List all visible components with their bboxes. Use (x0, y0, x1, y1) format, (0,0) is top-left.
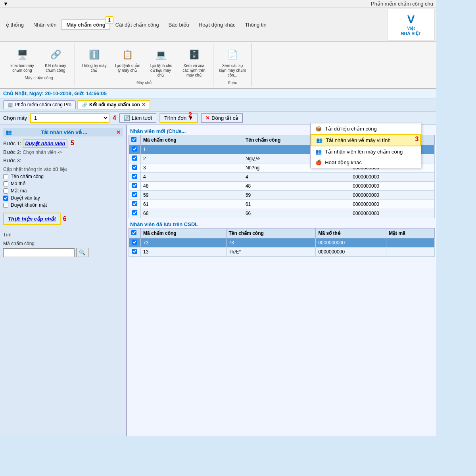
new-employee-row[interactable]: 48 48 0000000000 (129, 182, 435, 191)
new-emp-ma: 4 (141, 173, 243, 182)
chon-may-combo[interactable]: 1 2 (30, 113, 109, 123)
new-employee-row[interactable]: 59 59 0000000000 (129, 191, 435, 200)
ribbon-group-khac-items: 📄 Xem các sự kiện máy chấm côn... (217, 45, 248, 80)
checkbox-duyet-khuon-mat-label: Duyệt khuôn mặt (11, 202, 47, 208)
checkbox-ma-the-input[interactable] (3, 181, 8, 186)
taolenh-dulieu-icon: 💻 (153, 47, 169, 63)
saved-emp-check-cell (129, 238, 141, 248)
saved-employee-row[interactable]: 73 73 0000000000 (129, 238, 435, 248)
trinh-don-label: Trình đơn (164, 115, 186, 121)
menu-item-hoatdongkhac[interactable]: Hoạt động khác (194, 20, 240, 30)
right-panel: Nhân viên mới (Chưa... Mã chấm công Tên … (127, 125, 436, 436)
dropdown-item-tai-du-lieu[interactable]: 📦 Tải dữ liệu chấm công (311, 123, 421, 134)
lam-tuoi-button[interactable]: 🔄 Làm tươi (119, 113, 156, 123)
dropdown-item-tai-nhan-vien-ve[interactable]: 👥 Tải nhân viên về máy vi tính 3 (311, 134, 421, 146)
new-emp-checkbox-1[interactable] (132, 155, 137, 161)
trinh-don-button[interactable]: Trình đơn ▼ (159, 113, 198, 123)
search-input[interactable] (3, 248, 75, 257)
new-emp-checkbox-7[interactable] (132, 210, 137, 215)
menu-item-caidatcong[interactable]: Cài đặt chấm công (111, 20, 163, 30)
ribbon-btn-khai-bao-may[interactable]: 🖥️ khai báo máy chấm công (6, 45, 38, 75)
new-emp-checkbox-3[interactable] (132, 174, 137, 179)
new-emp-checkbox-0[interactable] (132, 146, 137, 152)
saved-employees-tbody: 73 73 0000000000 13 ThÆ° 0000000000 (129, 238, 435, 257)
new-employees-col-check (129, 135, 141, 145)
checkbox-duyet-van-tay-input[interactable] (3, 196, 8, 201)
tab-bar: 🏢 Phần mềm chấm công Pro 🔗 Kết nối máy c… (0, 98, 436, 111)
new-employees-check-all[interactable] (131, 137, 136, 142)
new-emp-checkbox-4[interactable] (132, 183, 137, 188)
saved-emp-checkbox-1[interactable] (132, 249, 137, 254)
ribbon-btn-xem-sukien[interactable]: 📄 Xem các sự kiện máy chấm côn... (217, 45, 248, 80)
new-employee-row[interactable]: 66 66 0000000000 (129, 209, 435, 218)
ribbon-btn-xem-xoa-lenh[interactable]: 🗄️ Xem và xóa các lệnh trên máy chủ (178, 45, 210, 80)
tai-nhan-vien-len-label: Tải nhân viên lên máy chấm công (325, 149, 403, 155)
new-employee-row[interactable]: 4 4 0000000000 (129, 173, 435, 182)
dong-tat-ca-icon: ✕ (205, 115, 210, 121)
checkbox-duyet-van-tay-label: Duyệt vân tay (11, 195, 40, 201)
buoc-2-desc: Chọn nhân viên -> (23, 150, 62, 155)
saved-check-all[interactable] (131, 230, 136, 235)
buoc-1-label: Bước 1: (3, 140, 21, 146)
checkbox-duyet-van-tay: Duyệt vân tay (3, 195, 123, 201)
khai-bao-may-label: khai báo máy chấm công (8, 63, 36, 73)
new-emp-check-cell (129, 209, 141, 218)
new-emp-mat-ma: 0000000000 (350, 200, 435, 209)
ribbon-btn-taolenh-quanly[interactable]: 📋 Tạo lệnh quản lý máy chủ (111, 45, 143, 75)
saved-col-check (129, 228, 141, 238)
hoat-dong-khac-label: Hoạt động khác (325, 159, 362, 165)
left-panel-close-icon[interactable]: ✕ (116, 129, 121, 135)
tai-nhan-vien-len-icon: 👥 (315, 149, 322, 155)
menu-item-nhanvien[interactable]: Nhân viên (29, 20, 61, 30)
new-emp-checkbox-2[interactable] (132, 165, 137, 170)
tab-ket-noi[interactable]: 🔗 Kết nối máy chấm côn ✕ (77, 100, 150, 109)
checkbox-ten-cham-cong-input[interactable] (3, 174, 8, 179)
left-panel-title: Tải nhân viên về ... (41, 129, 87, 135)
tab-close-icon[interactable]: ✕ (142, 102, 146, 107)
tab-phan-mem[interactable]: 🏢 Phần mềm chấm công Pro (3, 100, 76, 109)
saved-col-ten: Tên chấm công (226, 228, 316, 238)
buoc-2: Bước 2: Chọn nhân viên -> (3, 149, 123, 155)
xem-xoa-lenh-icon: 🗄️ (186, 47, 202, 63)
ribbon-btn-thongtin-maychu[interactable]: ℹ️ Thông tin máy chủ (78, 45, 110, 75)
chon-may-label: Chọn máy (3, 115, 27, 121)
left-panel-title-icon: 👥 (6, 129, 12, 135)
menu-item-hethong[interactable]: ệ thống (2, 20, 28, 30)
dong-tat-ca-button[interactable]: ✕ Đóng tất cả (201, 113, 243, 123)
new-emp-ten: 66 (243, 209, 350, 218)
saved-emp-ten: ThÆ° (226, 248, 316, 257)
tai-du-lieu-icon: 📦 (315, 126, 322, 132)
ribbon: 🖥️ khai báo máy chấm công 🔗 Kết nối máy … (0, 42, 436, 89)
dropdown-item-tai-nhan-vien-len[interactable]: 👥 Tải nhân viên lên máy chấm công (311, 146, 421, 157)
saved-emp-checkbox-0[interactable] (132, 240, 137, 245)
buoc-3: Bước 3: (3, 157, 123, 163)
tab-phan-mem-label: Phần mềm chấm công Pro (15, 102, 71, 107)
new-employee-row[interactable]: 61 61 0000000000 (129, 200, 435, 209)
tab-ket-noi-label: Kết nối máy chấm côn (89, 102, 140, 107)
update-button[interactable]: Thực hiện cập nhật (3, 213, 61, 225)
new-emp-ten: 59 (243, 191, 350, 200)
new-emp-ma: 59 (141, 191, 243, 200)
main-content: 👥 Tải nhân viên về ... ✕ Bước 1: Duyệt n… (0, 125, 436, 436)
search-button[interactable]: 🔍 (76, 248, 88, 257)
new-emp-checkbox-5[interactable] (132, 192, 137, 197)
buoc-1-link[interactable]: Duyệt nhân viên (23, 139, 67, 148)
menu-item-maychamcong[interactable]: Máy chấm công 1 (61, 19, 110, 30)
ribbon-btn-taolenh-dulieu[interactable]: 💻 Tạo lệnh cho dữ liệu máy chủ (145, 45, 177, 80)
menu-item-baobieu[interactable]: Báo biểu (164, 20, 194, 30)
checkbox-mat-ma-input[interactable] (3, 188, 8, 194)
lam-tuoi-icon: 🔄 (124, 115, 130, 121)
update-btn-row: Thực hiện cập nhật 6 (3, 209, 123, 228)
ribbon-btn-ket-noi-may[interactable]: 🔗 Kết nối máy chấm công (40, 45, 71, 75)
khai-bao-may-icon: 🖥️ (14, 47, 30, 63)
saved-employee-row[interactable]: 13 ThÆ° 0000000000 (129, 248, 435, 257)
new-emp-checkbox-6[interactable] (132, 201, 137, 206)
menu-item-thongtin[interactable]: Thông tin (240, 20, 271, 30)
new-emp-ma: 66 (141, 209, 243, 218)
search-input-row: 🔍 (3, 248, 123, 257)
step-badge-6: 6 (63, 215, 67, 223)
saved-emp-ten: 73 (226, 238, 316, 248)
checkbox-duyet-khuon-mat-input[interactable] (3, 203, 8, 208)
ribbon-group-khac: 📄 Xem các sự kiện máy chấm côn... Khác (213, 43, 252, 86)
dropdown-item-hoat-dong-khac[interactable]: 🍎 Hoạt động khác (311, 157, 421, 168)
